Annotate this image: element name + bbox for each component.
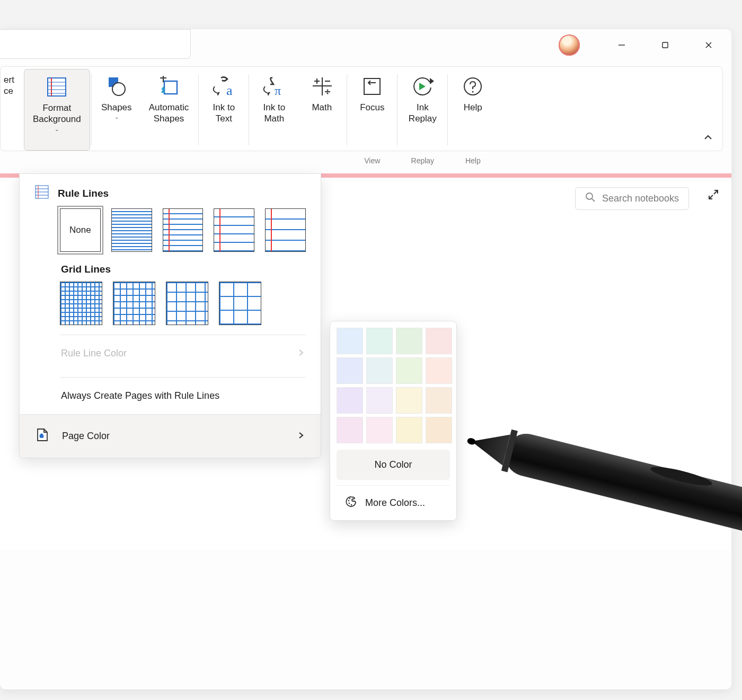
rule-line-color-row: Rule Line Color [20, 335, 321, 372]
search-placeholder: Search notebooks [602, 193, 679, 204]
math-icon [310, 74, 334, 99]
svg-rect-1 [662, 42, 668, 48]
avatar[interactable] [559, 34, 580, 56]
format-background-icon [45, 75, 69, 99]
no-color-row[interactable]: No Color [337, 450, 450, 480]
rule-line-color-label: Rule Line Color [61, 348, 127, 359]
ribbon-group-label: Help [449, 156, 497, 166]
rule-wide-swatch[interactable] [214, 208, 254, 252]
more-colors-row[interactable]: More Colors... [337, 485, 450, 520]
more-colors-label: More Colors... [365, 497, 425, 509]
expand-page-button[interactable] [707, 188, 720, 203]
color-swatch[interactable] [426, 357, 452, 384]
ribbon-label: Help [464, 102, 482, 113]
color-swatch[interactable] [337, 417, 363, 443]
ribbon-label: Ink Replay [409, 102, 437, 125]
rule-lines-row: None [20, 208, 321, 256]
ribbon-label: ert ce [4, 74, 14, 97]
ribbon-label: Math [312, 102, 332, 113]
title-bar [0, 29, 731, 61]
color-swatch[interactable] [426, 387, 452, 414]
ribbon-separator [397, 74, 398, 145]
svg-point-25 [327, 93, 329, 94]
chevron-down-icon: ⌄ [114, 114, 119, 121]
svg-point-40 [349, 498, 351, 500]
rule-none-swatch[interactable]: None [60, 208, 101, 252]
color-swatch[interactable] [337, 328, 363, 354]
ink-to-text-icon: a [211, 74, 236, 99]
color-swatch[interactable] [426, 417, 452, 443]
maximize-button[interactable] [653, 34, 677, 56]
ink-to-text-button[interactable]: a Ink to Text [200, 69, 248, 151]
grid-small-swatch[interactable] [60, 282, 102, 325]
page-color-popout: No Color More Colors... [330, 321, 457, 521]
minimize-button[interactable] [610, 34, 634, 56]
svg-point-31 [472, 91, 474, 93]
ribbon: ert ce Format Background ⌄ Shapes ⌄ [0, 66, 723, 151]
ribbon-separator [347, 74, 347, 145]
color-swatch[interactable] [396, 417, 422, 443]
svg-point-41 [349, 503, 350, 504]
ink-replay-icon [410, 74, 435, 99]
help-icon [461, 74, 485, 99]
svg-marker-18 [267, 92, 270, 96]
ribbon-label: Focus [360, 102, 384, 113]
grid-lines-row [20, 282, 321, 329]
math-button[interactable]: Math [298, 69, 346, 151]
svg-marker-16 [217, 92, 220, 96]
color-swatch[interactable] [396, 387, 422, 414]
ribbon-separator [249, 74, 249, 145]
always-rule-label: Always Create Pages with Rule Lines [61, 390, 219, 401]
focus-button[interactable]: Focus View [348, 69, 396, 151]
ribbon-group-label: View [348, 156, 396, 166]
ink-replay-button[interactable]: Ink Replay Replay [399, 69, 446, 151]
grid-lines-title: Grid Lines [20, 256, 321, 282]
page-color-icon [36, 427, 49, 445]
color-swatch[interactable] [366, 357, 393, 384]
svg-rect-27 [364, 78, 380, 94]
collapse-ribbon-button[interactable] [703, 133, 713, 144]
grid-medium-swatch[interactable] [113, 282, 155, 325]
always-rule-lines-row[interactable]: Always Create Pages with Rule Lines [20, 378, 321, 414]
color-swatch[interactable] [366, 328, 393, 354]
rule-standard-swatch[interactable] [265, 208, 306, 252]
palette-icon [345, 495, 358, 511]
chevron-down-icon: ⌄ [55, 126, 59, 133]
color-swatch[interactable] [396, 328, 422, 354]
no-color-label: No Color [374, 459, 412, 470]
ribbon-label: Ink to Text [213, 102, 235, 125]
color-swatch[interactable] [396, 357, 422, 384]
ribbon-item-partial[interactable]: ert ce [3, 69, 24, 151]
shapes-button[interactable]: Shapes ⌄ [93, 69, 140, 151]
color-swatch[interactable] [426, 328, 452, 354]
ribbon-separator [447, 74, 448, 145]
svg-marker-29 [419, 83, 426, 90]
page-color-row[interactable]: Page Color [20, 414, 321, 458]
color-grid [337, 328, 450, 443]
automatic-shapes-button[interactable]: Automatic Shapes [140, 69, 198, 151]
svg-text:a: a [226, 83, 233, 98]
close-button[interactable] [696, 34, 721, 56]
color-swatch[interactable] [337, 387, 363, 414]
rule-narrow-swatch[interactable] [111, 208, 152, 252]
format-background-button[interactable]: Format Background ⌄ [24, 69, 90, 151]
title-search-box[interactable] [0, 29, 191, 59]
svg-point-39 [348, 500, 350, 502]
focus-icon [360, 74, 384, 99]
color-swatch[interactable] [337, 357, 363, 384]
ribbon-label: Format Background [33, 102, 81, 125]
ribbon-label: Shapes [101, 102, 132, 113]
ribbon-group-label: Replay [399, 156, 446, 166]
grid-xlarge-swatch[interactable] [219, 282, 261, 325]
ribbon-separator [91, 74, 92, 145]
grid-large-swatch[interactable] [166, 282, 208, 325]
color-swatch[interactable] [366, 387, 393, 414]
rule-college-swatch[interactable] [163, 208, 204, 252]
page-color-label: Page Color [62, 431, 110, 442]
search-notebooks-input[interactable]: Search notebooks [575, 187, 689, 210]
ink-to-math-button[interactable]: π Ink to Math [250, 69, 298, 151]
ribbon-label: Ink to Math [263, 102, 286, 125]
color-swatch[interactable] [366, 417, 393, 443]
help-button[interactable]: Help Help [449, 69, 497, 151]
svg-point-11 [112, 83, 125, 95]
